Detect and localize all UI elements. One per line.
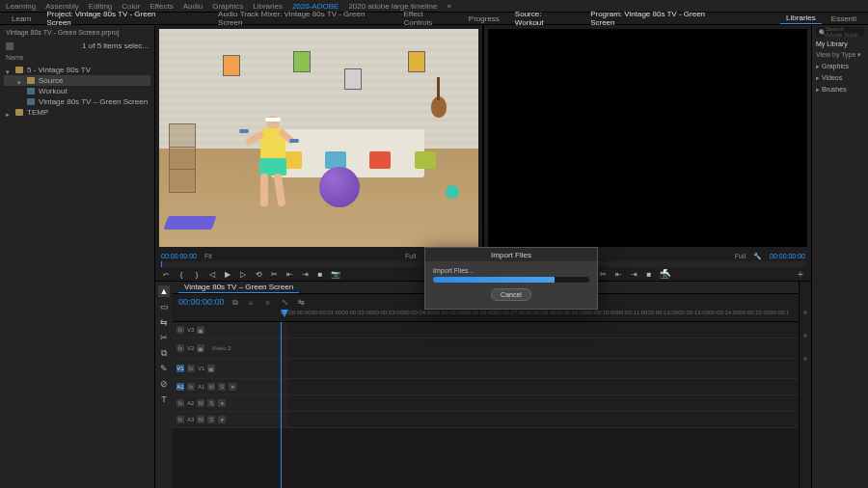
sequence-tab[interactable]: Vintage 80s TV – Green Screen — [178, 282, 299, 293]
mute-toggle[interactable]: M — [207, 383, 215, 391]
add-transport-button[interactable]: + — [796, 269, 805, 279]
overwrite-button[interactable]: ⇤ — [285, 269, 294, 279]
source-fit[interactable]: Fit — [204, 253, 212, 259]
track-output-toggle[interactable]: ▣ — [197, 326, 204, 334]
library-search-input[interactable]: 🔍 Search Adobe Stock — [816, 27, 864, 37]
razor-tool[interactable]: ✂ — [158, 332, 170, 343]
insert-button[interactable]: ✂ — [269, 269, 279, 279]
step-back-button[interactable]: ◁ — [207, 269, 217, 279]
track-select-tool[interactable]: ▭ — [158, 301, 170, 312]
step-fwd-button[interactable]: ▷ — [238, 269, 248, 279]
cancel-button[interactable]: Cancel — [491, 288, 531, 301]
track-toggle[interactable]: fx — [187, 383, 195, 391]
track-toggle[interactable]: fx — [187, 365, 195, 372]
source-viewport[interactable] — [159, 29, 478, 247]
settings-icon[interactable]: 🔧 — [753, 253, 762, 260]
track-header[interactable]: V1fxV1▣ — [173, 359, 288, 378]
disclosure-icon[interactable] — [6, 68, 12, 73]
tab-progress[interactable]: Progress — [463, 14, 505, 24]
selection-tool[interactable]: ▲ — [158, 285, 170, 297]
library-section-graphics[interactable]: Graphics — [812, 61, 868, 72]
library-title[interactable]: My Library — [812, 39, 868, 49]
bin-row[interactable]: 5 - Vintage 80s TV — [4, 65, 150, 75]
marker-icon[interactable]: ⟐ — [265, 298, 274, 307]
track-lane[interactable] — [288, 359, 799, 378]
source-full[interactable]: Full — [405, 253, 416, 259]
solo-toggle[interactable]: S — [207, 416, 215, 423]
hand-tool[interactable]: ⊘ — [158, 378, 170, 390]
solo-toggle[interactable]: S — [218, 383, 226, 391]
ws-learning[interactable]: Learning — [6, 2, 36, 11]
track-header[interactable]: fxA3MS● — [173, 412, 288, 427]
mark-in-button[interactable]: ⤺ — [161, 269, 171, 279]
tab-libraries[interactable]: Libraries — [780, 13, 822, 24]
bin-row[interactable]: Source — [4, 75, 150, 86]
play-button[interactable]: ▶ — [223, 269, 232, 279]
track-header[interactable]: fxV2▣Video 2 — [173, 339, 288, 358]
column-header-name[interactable]: Name — [0, 52, 154, 63]
ripple-tool[interactable]: ⇆ — [158, 316, 170, 328]
stop-button[interactable]: ■ — [315, 269, 325, 279]
track-output-toggle[interactable]: ▣ — [207, 365, 215, 372]
stop-button[interactable]: ■ — [644, 269, 654, 279]
track-header[interactable]: A1fxA1MS● — [173, 379, 288, 394]
bin-row[interactable]: TEMP — [4, 107, 150, 118]
disclosure-icon[interactable] — [6, 110, 12, 116]
export-frame-button[interactable]: ⇥ — [300, 269, 310, 279]
track-target-toggle[interactable]: A1 — [176, 383, 184, 391]
slip-tool[interactable]: ⧉ — [158, 347, 170, 359]
clip-row[interactable]: Workout — [4, 86, 150, 96]
in-bracket-button[interactable]: { — [176, 269, 186, 279]
playhead-icon[interactable] — [161, 261, 162, 267]
library-section-videos[interactable]: Videos — [812, 72, 868, 84]
pen-tool[interactable]: ✎ — [158, 363, 170, 374]
track-lane[interactable] — [288, 322, 799, 338]
track-lane[interactable] — [288, 412, 799, 427]
timeline-ruler[interactable]: 00:00:00:00 00:00:01:00 00:00:02:00 00:0… — [173, 310, 799, 322]
type-tool[interactable]: T — [158, 393, 170, 405]
record-toggle[interactable]: ● — [218, 416, 226, 423]
tab-learn[interactable]: Learn — [6, 14, 37, 24]
track-lane[interactable] — [288, 379, 799, 394]
wrench-icon[interactable]: ↹ — [298, 298, 307, 307]
mute-toggle[interactable]: M — [197, 399, 204, 407]
camera-button[interactable]: 📷 — [331, 269, 340, 279]
bin-icon[interactable] — [6, 42, 14, 50]
library-section-brushes[interactable]: Brushes — [812, 84, 868, 95]
loop-button[interactable]: ⟲ — [254, 269, 263, 279]
program-fit[interactable]: Full — [735, 253, 746, 259]
track-toggle[interactable]: fx — [176, 344, 184, 352]
timeline-timecode[interactable]: 00:00:00:00 — [178, 297, 225, 307]
record-toggle[interactable]: ● — [218, 399, 226, 407]
library-view-dropdown[interactable]: View by Type ▾ — [812, 49, 868, 61]
track-header[interactable]: fxA2MS● — [173, 395, 288, 411]
program-viewport[interactable] — [488, 29, 807, 247]
track-lane[interactable] — [288, 339, 799, 358]
track-output-toggle[interactable]: ▣ — [197, 344, 204, 352]
playhead-line[interactable] — [281, 322, 282, 488]
track-toggle[interactable]: fx — [176, 399, 184, 407]
time-mark: 00:00:05:00 — [434, 310, 465, 321]
disclosure-icon[interactable] — [17, 78, 23, 84]
tab-essential[interactable]: Essenti — [826, 14, 862, 24]
track-lane[interactable] — [288, 395, 799, 411]
source-timecode[interactable]: 00:00:00:00 — [161, 253, 197, 259]
mute-toggle[interactable]: M — [197, 416, 204, 423]
record-toggle[interactable]: ● — [229, 383, 236, 391]
solo-toggle[interactable]: S — [207, 399, 215, 407]
track-header[interactable]: fxV3▣ — [173, 322, 288, 338]
camera-button[interactable]: 📷 — [660, 269, 669, 279]
snap-icon[interactable]: ⧉ — [232, 298, 241, 307]
track-target-toggle[interactable]: V1 — [176, 365, 184, 372]
clip-row[interactable]: Vintage 80s TV – Green Screen — [4, 96, 150, 107]
out-bracket-button[interactable]: } — [192, 269, 202, 279]
linked-sel-icon[interactable]: ⌕ — [249, 298, 258, 307]
track-toggle[interactable]: fx — [176, 326, 184, 334]
extract-button[interactable]: ⇤ — [613, 269, 623, 279]
track-toggle[interactable]: fx — [176, 416, 184, 423]
track-v1: V1fxV1▣ — [173, 359, 799, 379]
lift-button[interactable]: ✂ — [598, 269, 608, 279]
export-frame-button[interactable]: ⇥ — [629, 269, 638, 279]
settings-icon[interactable]: ⤡ — [282, 298, 290, 307]
ws-audio[interactable]: Audio — [183, 2, 203, 11]
